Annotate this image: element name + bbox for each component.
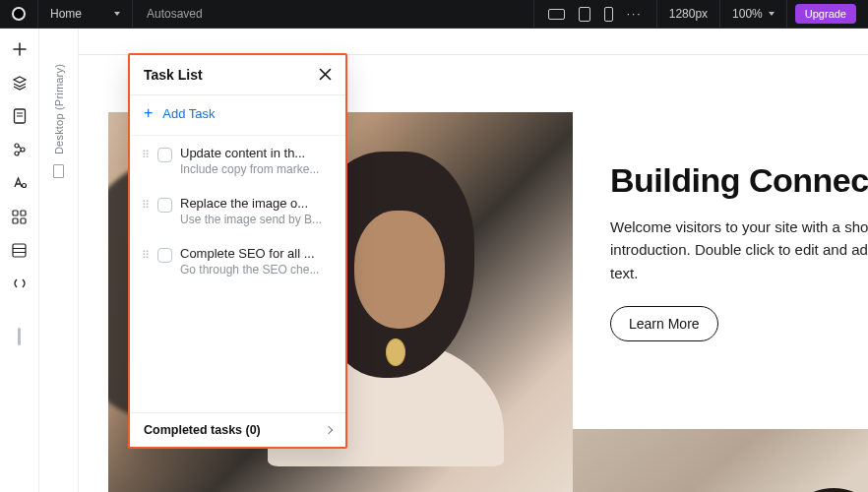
save-status-label: Autosaved: [147, 7, 203, 21]
logo-seg[interactable]: [0, 0, 38, 28]
text-theme-icon[interactable]: [11, 174, 29, 192]
svg-rect-9: [13, 244, 26, 257]
svg-point-3: [15, 152, 19, 155]
task-item-subtitle: Go through the SEO che...: [180, 263, 334, 277]
svg-point-1: [15, 144, 19, 148]
task-item-title[interactable]: Update content in th...: [180, 146, 334, 160]
zoom-dropdown[interactable]: 100%: [720, 0, 787, 28]
task-list: ⠿ Update content in th... Include copy f…: [130, 136, 345, 412]
chevron-right-icon: [325, 426, 333, 434]
left-tool-rail: [0, 29, 39, 492]
rail-selection-indicator: [18, 328, 21, 345]
page-heading: Building Connection: [610, 161, 868, 200]
page-label-column: Desktop (Primary): [39, 29, 79, 492]
task-checkbox[interactable]: [157, 148, 172, 162]
viewport-width-label: 1280px: [669, 7, 708, 21]
layers-icon[interactable]: [11, 74, 29, 92]
save-status: Autosaved: [133, 0, 217, 28]
page-dropdown-label: Home: [50, 7, 82, 21]
task-item: ⠿ Update content in th... Include copy f…: [130, 136, 345, 186]
sections-icon[interactable]: [11, 241, 29, 259]
task-item-title[interactable]: Replace the image o...: [180, 196, 334, 211]
apps-icon[interactable]: [11, 208, 29, 225]
svg-rect-5: [13, 211, 18, 215]
svg-point-2: [21, 148, 25, 152]
task-checkbox[interactable]: [157, 198, 172, 213]
pages-icon[interactable]: [11, 107, 29, 125]
chevron-down-icon: [769, 12, 775, 16]
viewport-width[interactable]: 1280px: [657, 0, 720, 28]
breakpoint-label: Desktop (Primary): [53, 64, 65, 154]
learn-more-label: Learn More: [629, 316, 700, 332]
breakpoint-page-icon: [53, 164, 64, 178]
page-dropdown[interactable]: Home: [38, 0, 133, 28]
task-item-subtitle: Use the image send by B...: [180, 213, 334, 226]
task-item-subtitle: Include copy from marke...: [180, 162, 334, 176]
task-panel-title: Task List: [144, 67, 203, 83]
upgrade-button[interactable]: Upgrade: [795, 4, 856, 24]
wix-logo-icon: [12, 7, 26, 21]
desktop-icon[interactable]: [548, 9, 565, 20]
drag-handle-icon[interactable]: ⠿: [140, 249, 150, 262]
svg-rect-7: [13, 218, 18, 223]
task-checkbox[interactable]: [157, 248, 172, 263]
hero-text-block[interactable]: Building Connection Welcome visitors to …: [610, 161, 868, 341]
task-item: ⠿ Replace the image o... Use the image s…: [130, 186, 345, 236]
drag-handle-icon[interactable]: ⠿: [140, 149, 150, 161]
drag-handle-icon[interactable]: ⠿: [140, 199, 150, 212]
secondary-image[interactable]: [573, 429, 868, 492]
svg-rect-8: [21, 218, 26, 223]
page-intro-paragraph: Welcome visitors to your site with a sho…: [610, 215, 868, 284]
more-devices-icon[interactable]: ···: [627, 7, 643, 21]
code-icon[interactable]: [11, 275, 29, 292]
plus-icon: +: [144, 105, 153, 121]
add-element-icon[interactable]: [11, 40, 29, 58]
chevron-down-icon: [114, 12, 120, 16]
close-icon[interactable]: [319, 68, 332, 83]
upgrade-button-label: Upgrade: [805, 8, 846, 20]
device-switcher: ···: [533, 0, 657, 28]
tablet-icon[interactable]: [579, 7, 590, 22]
learn-more-button[interactable]: Learn More: [610, 306, 718, 341]
svg-point-4: [22, 184, 26, 188]
svg-rect-6: [21, 211, 26, 215]
task-list-panel: Task List + Add Task ⠿ Update content in…: [128, 53, 347, 449]
add-task-label: Add Task: [162, 106, 215, 121]
zoom-level-label: 100%: [732, 7, 763, 21]
task-panel-header: Task List: [130, 55, 345, 95]
completed-tasks-toggle[interactable]: Completed tasks (0): [130, 412, 345, 447]
task-item-title[interactable]: Complete SEO for all ...: [180, 246, 334, 261]
task-item: ⠿ Complete SEO for all ... Go through th…: [130, 236, 345, 286]
add-task-button[interactable]: + Add Task: [130, 95, 345, 136]
phone-icon[interactable]: [604, 7, 613, 22]
cms-icon[interactable]: [11, 141, 29, 158]
completed-tasks-label: Completed tasks (0): [144, 423, 261, 437]
top-bar: Home Autosaved ··· 1280px 100% Upgrade: [0, 0, 868, 29]
